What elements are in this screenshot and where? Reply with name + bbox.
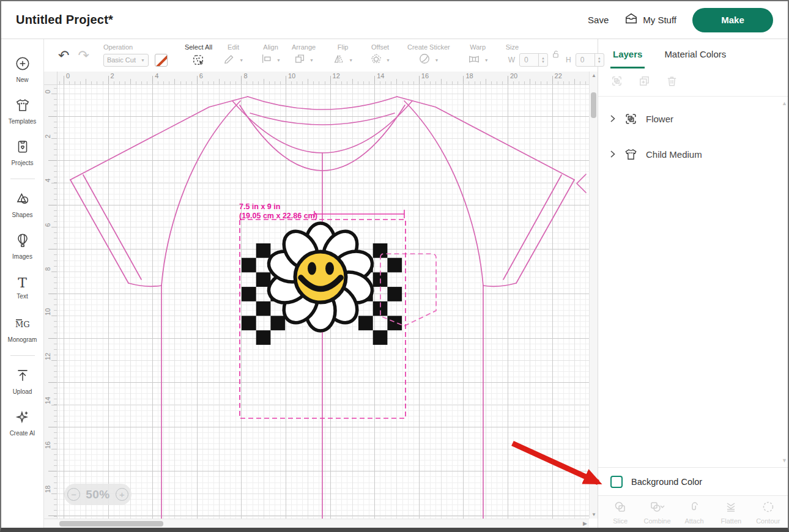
layers-toolbar: [598, 68, 789, 97]
sidebar-item-new[interactable]: New: [1, 49, 43, 89]
vertical-scroll-thumb[interactable]: [591, 92, 596, 118]
flower-eye-left: [308, 262, 316, 275]
save-button[interactable]: Save: [588, 15, 609, 25]
project-title: Untitled Project*: [16, 13, 113, 27]
layer-row-child-medium[interactable]: Child Medium: [609, 141, 789, 168]
horizontal-scrollbar[interactable]: ▶: [44, 519, 589, 528]
height-input[interactable]: [576, 54, 595, 66]
background-color-checkbox[interactable]: [610, 476, 623, 488]
chevron-down-icon: ▼: [349, 58, 353, 62]
flatten-icon: [724, 500, 738, 516]
sidebar-item-upload[interactable]: Upload: [1, 361, 43, 401]
ruler-number: 14: [377, 72, 384, 79]
sidebar-item-monogram[interactable]: MG Monogram: [1, 309, 43, 349]
panel-tabs: Layers Material Colors: [598, 39, 789, 68]
layer-row-flower[interactable]: Flower: [609, 105, 789, 132]
chevron-down-icon: ▼: [484, 58, 489, 62]
canvas-artwork: 7.5 in x 9 in (19.05 cm x 22.86 cm): [57, 85, 589, 519]
scroll-down-icon[interactable]: ▼: [782, 457, 787, 464]
scroll-up-icon[interactable]: ▲: [590, 73, 598, 78]
lock-open-icon[interactable]: [551, 50, 560, 61]
sidebar-item-text[interactable]: T Text: [1, 267, 43, 308]
project-card-icon: [15, 139, 31, 157]
sidebar-item-templates[interactable]: Templates: [1, 91, 43, 131]
chevron-down-icon: ▼: [309, 58, 314, 62]
svg-text:MG: MG: [15, 320, 30, 329]
warp-icon: [467, 53, 481, 67]
duplicate-button[interactable]: [638, 75, 651, 90]
ruler-number: 4: [155, 72, 158, 79]
make-button[interactable]: Make: [692, 8, 773, 32]
sidebar-item-projects[interactable]: Projects: [1, 132, 43, 172]
horizontal-scroll-thumb[interactable]: [59, 521, 163, 526]
sidebar-item-images[interactable]: Images: [1, 226, 43, 266]
width-input-box: ▲▼: [519, 53, 548, 67]
sidebar-item-shapes[interactable]: Shapes: [1, 184, 43, 224]
width-input[interactable]: [520, 54, 538, 66]
scroll-down-icon[interactable]: ▼: [590, 512, 598, 517]
zoom-in-button[interactable]: +: [116, 488, 128, 501]
tab-material-colors[interactable]: Material Colors: [664, 39, 726, 68]
scroll-right-icon[interactable]: ▶: [583, 520, 587, 526]
contour-icon: [761, 500, 775, 516]
ruler-number: 10: [44, 307, 51, 316]
offset-icon: [370, 53, 382, 67]
undo-button[interactable]: ↶: [58, 49, 69, 62]
arrange-icon: [294, 53, 306, 67]
sidebar-divider: [10, 355, 35, 356]
redo-button[interactable]: ↷: [78, 49, 89, 62]
pencil-icon: [223, 53, 235, 67]
warp-button[interactable]: Warp ▼: [467, 43, 489, 68]
group-button[interactable]: [610, 75, 623, 90]
chevron-down-icon: ▼: [386, 58, 390, 62]
color-swatch[interactable]: [155, 54, 168, 67]
ruler-number: 16: [44, 440, 51, 449]
mailbox-icon: [624, 12, 638, 28]
design-canvas[interactable]: 0246810121416182022 024681012141618: [44, 72, 598, 528]
attach-button[interactable]: Attach: [676, 500, 712, 525]
height-label: H: [566, 56, 571, 64]
width-label: W: [508, 56, 515, 64]
scroll-up-icon[interactable]: ▲: [782, 100, 787, 106]
ruler-vertical: 024681012141618: [44, 85, 57, 519]
tshirt-icon: [15, 97, 31, 116]
sidebar-item-create-ai[interactable]: Create AI: [1, 402, 43, 443]
group-icon: [624, 112, 638, 126]
tshirt-icon: [624, 147, 638, 161]
balloon-icon: [15, 232, 31, 251]
ruler-number: 2: [44, 130, 51, 138]
contour-button[interactable]: Contour: [750, 500, 786, 525]
select-all-button[interactable]: Select All: [185, 43, 212, 68]
right-panel: Layers Material Colors ▲ Flower: [598, 39, 789, 528]
align-button[interactable]: Align ▼: [261, 43, 281, 68]
height-input-box: ▲▼: [576, 53, 604, 67]
canvas-toolbar: ↶ ↷ Operation Basic Cut ▼ Select All Edi…: [44, 39, 598, 72]
width-stepper[interactable]: ▲▼: [538, 54, 547, 66]
slice-icon: [613, 500, 627, 516]
edit-button[interactable]: Edit ▼: [223, 43, 243, 68]
my-stuff-button[interactable]: My Stuff: [624, 12, 676, 28]
ruler-number: 12: [44, 352, 51, 360]
sticker-icon: [418, 53, 431, 67]
offset-button[interactable]: Offset ▼: [370, 43, 390, 68]
header: Untitled Project* Save My Stuff Make: [1, 1, 788, 39]
vertical-scrollbar[interactable]: ▲ ▼: [589, 72, 598, 519]
slice-button[interactable]: Slice: [602, 500, 638, 525]
ruler-number: 4: [44, 174, 51, 182]
ruler-number: 16: [421, 72, 429, 79]
zoom-out-button[interactable]: −: [67, 488, 80, 501]
background-color-row: Background Color: [598, 467, 789, 495]
flip-button[interactable]: Flip ▼: [333, 43, 353, 68]
delete-button[interactable]: [665, 75, 678, 90]
flatten-icon-button[interactable]: Flatten: [713, 500, 749, 525]
operation-dropdown[interactable]: Basic Cut ▼: [103, 54, 149, 67]
height-stepper[interactable]: ▲▼: [595, 54, 604, 66]
combine-button[interactable]: Combine: [640, 500, 675, 525]
create-sticker-button[interactable]: Create Sticker ▼: [407, 43, 450, 68]
tab-layers[interactable]: Layers: [613, 39, 642, 68]
chevron-down-icon: ▼: [141, 58, 145, 62]
sparkle-icon: [15, 409, 31, 427]
arrange-button[interactable]: Arrange ▼: [292, 43, 316, 68]
flip-icon: [333, 53, 345, 67]
app-window: Untitled Project* Save My Stuff Make New: [0, 0, 789, 532]
